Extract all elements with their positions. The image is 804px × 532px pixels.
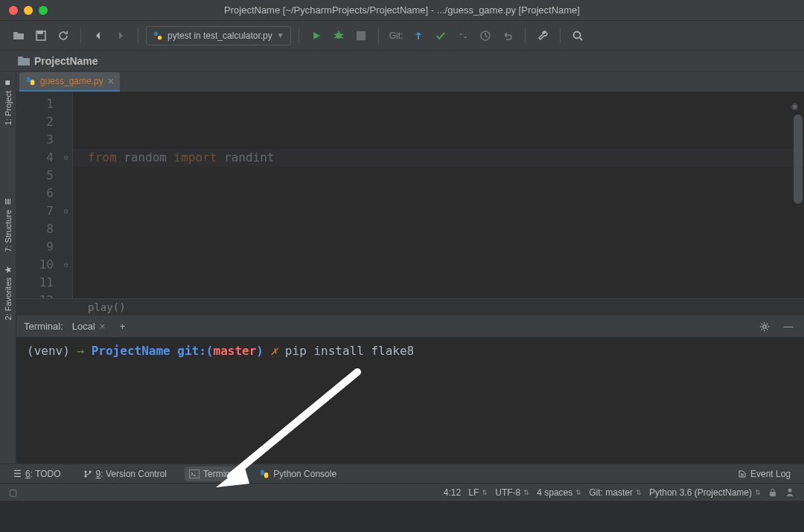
hide-terminal-icon[interactable]: — xyxy=(780,318,797,335)
python-console-tool-button[interactable]: Python Console xyxy=(255,467,341,481)
file-tab-guess-game[interactable]: guess_game.py × xyxy=(19,72,120,92)
save-icon[interactable] xyxy=(31,26,51,45)
bottom-tool-bar: ☰6: TODO 9: Version Control Terminal Pyt… xyxy=(0,464,804,483)
close-tab-icon[interactable]: × xyxy=(108,75,114,87)
svg-point-4 xyxy=(336,33,342,39)
close-window-button[interactable] xyxy=(9,6,18,15)
git-branch-select[interactable]: Git: master⇅ xyxy=(589,487,642,498)
nav-forward-icon[interactable] xyxy=(111,26,130,45)
project-tool-tab[interactable]: 1: Project■ xyxy=(0,71,16,131)
svg-line-13 xyxy=(580,38,582,40)
git-commit-icon[interactable] xyxy=(431,26,450,45)
run-config-label: pytest in test_calculator.py xyxy=(168,31,272,41)
search-icon[interactable] xyxy=(568,26,587,45)
title-bar: ProjectName [~/PycharmProjects/ProjectNa… xyxy=(0,0,804,21)
python-interpreter-select[interactable]: Python 3.6 (ProjectName)⇅ xyxy=(649,487,761,498)
inspection-eye-icon[interactable]: ◉ xyxy=(792,97,798,115)
terminal-tab-local[interactable]: Local× xyxy=(72,321,106,332)
settings-icon[interactable] xyxy=(533,26,552,45)
main-toolbar: pytest in test_calculator.py ▼ Git: xyxy=(0,21,804,51)
status-bar: ▢ 4:12 LF⇅ UTF-8⇅ 4 spaces⇅ Git: master⇅… xyxy=(0,483,804,501)
git-label: Git: xyxy=(389,31,403,41)
file-tab-label: guess_game.py xyxy=(40,76,103,86)
refresh-icon[interactable] xyxy=(54,26,73,45)
editor-tab-bar: guess_game.py × xyxy=(16,71,804,92)
git-history-icon[interactable] xyxy=(476,26,495,45)
svg-rect-22 xyxy=(264,472,268,478)
editor-scrollbar[interactable] xyxy=(794,115,803,204)
svg-rect-23 xyxy=(770,492,776,496)
git-compare-icon[interactable] xyxy=(453,26,473,45)
debug-button[interactable] xyxy=(329,26,348,45)
svg-rect-14 xyxy=(27,77,31,83)
chevron-down-icon: ▼ xyxy=(277,31,284,39)
code-editor[interactable]: 123456789101112 ⊖⊖⊖⊖ from random import … xyxy=(16,92,804,298)
version-control-tool-button[interactable]: 9: Version Control xyxy=(79,467,171,481)
todo-icon: ☰ xyxy=(13,469,22,479)
maximize-window-button[interactable] xyxy=(39,6,48,15)
favorites-tool-tab[interactable]: 2: Favorites★ xyxy=(0,258,16,326)
structure-tool-tab[interactable]: 7: Structure≣ xyxy=(0,190,16,258)
svg-point-16 xyxy=(763,324,766,327)
svg-rect-1 xyxy=(38,31,42,33)
python-file-icon xyxy=(25,76,36,86)
inspector-icon[interactable] xyxy=(785,487,795,498)
event-log-button[interactable]: Event Log xyxy=(733,467,795,481)
terminal-header: Terminal: Local× + — xyxy=(16,315,804,338)
status-bar-toggle-icon[interactable]: ▢ xyxy=(9,487,17,498)
nav-back-icon[interactable] xyxy=(89,26,108,45)
svg-line-7 xyxy=(341,34,343,35)
svg-line-6 xyxy=(334,34,336,35)
svg-rect-15 xyxy=(31,80,34,85)
structure-icon: ≣ xyxy=(3,198,13,205)
python-icon xyxy=(259,469,269,479)
terminal-tool-button[interactable]: Terminal xyxy=(185,467,241,481)
folder-icon: ■ xyxy=(3,80,13,85)
undo-icon[interactable] xyxy=(498,26,517,45)
main-area: 1: Project■ 7: Structure≣ 2: Favorites★ … xyxy=(0,71,804,464)
terminal-settings-icon[interactable] xyxy=(756,318,773,335)
branch-icon xyxy=(83,469,92,478)
event-log-icon xyxy=(738,469,747,478)
git-update-icon[interactable] xyxy=(409,26,428,45)
svg-rect-20 xyxy=(189,469,200,478)
stop-button[interactable] xyxy=(351,26,371,45)
open-icon[interactable] xyxy=(9,26,28,45)
terminal-title: Terminal: xyxy=(24,321,63,332)
add-terminal-tab-button[interactable]: + xyxy=(114,318,130,335)
run-configuration-select[interactable]: pytest in test_calculator.py ▼ xyxy=(146,26,291,45)
breadcrumb-project[interactable]: ProjectName xyxy=(34,55,98,67)
terminal-output[interactable]: (venv) → ProjectName git:(master) ✗ pip … xyxy=(16,338,804,464)
svg-rect-21 xyxy=(261,469,264,475)
window-title: ProjectName [~/PycharmProjects/ProjectNa… xyxy=(0,4,804,16)
todo-tool-button[interactable]: ☰6: TODO xyxy=(9,467,66,481)
code-content[interactable]: from random import randint def play(): r… xyxy=(73,92,804,298)
minimize-window-button[interactable] xyxy=(24,6,33,15)
terminal-icon xyxy=(189,469,200,478)
svg-rect-10 xyxy=(357,31,366,40)
fold-gutter: ⊖⊖⊖⊖ xyxy=(60,92,73,298)
terminal-panel: Terminal: Local× + — (venv) → ProjectNam… xyxy=(16,315,804,464)
left-tool-gutter: 1: Project■ 7: Structure≣ 2: Favorites★ xyxy=(0,71,16,464)
context-info-bar: play() xyxy=(16,298,804,315)
caret-position[interactable]: 4:12 xyxy=(444,487,461,498)
svg-line-8 xyxy=(334,37,336,38)
svg-point-2 xyxy=(154,31,158,35)
lock-icon[interactable] xyxy=(768,488,777,497)
window-controls xyxy=(0,6,48,15)
run-button[interactable] xyxy=(307,26,326,45)
svg-point-12 xyxy=(574,31,581,38)
breadcrumb-bar: ProjectName xyxy=(0,51,804,71)
svg-line-9 xyxy=(341,37,343,38)
star-icon: ★ xyxy=(3,265,13,273)
svg-point-24 xyxy=(788,488,792,492)
editor-area: guess_game.py × 123456789101112 ⊖⊖⊖⊖ fro… xyxy=(16,71,804,464)
encoding-select[interactable]: UTF-8⇅ xyxy=(495,487,529,498)
line-separator-select[interactable]: LF⇅ xyxy=(468,487,488,498)
line-number-gutter: 123456789101112 xyxy=(16,92,60,298)
indent-select[interactable]: 4 spaces⇅ xyxy=(537,487,581,498)
folder-icon xyxy=(18,56,30,66)
svg-point-3 xyxy=(158,36,162,39)
close-terminal-tab-icon[interactable]: × xyxy=(100,321,106,332)
